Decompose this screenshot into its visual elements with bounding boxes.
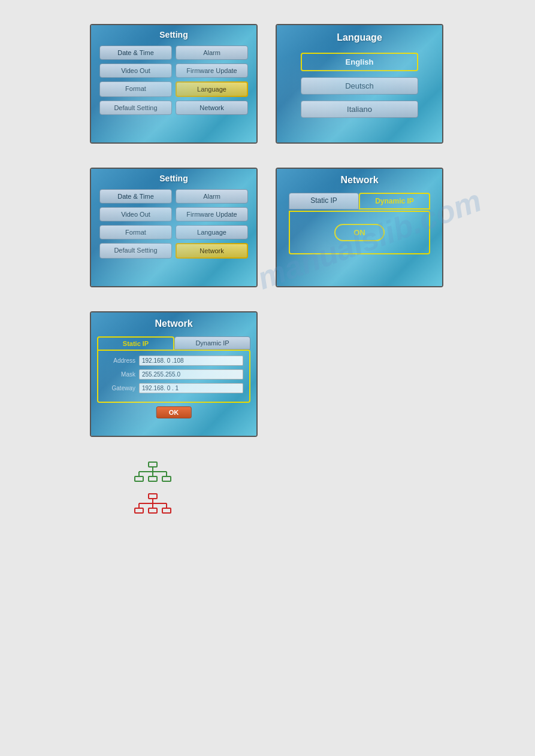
network-static-tabs: Static IP Dynamic IP — [97, 336, 250, 350]
screen-bg-lang: Language English Deutsch Italiano — [277, 25, 442, 142]
screen-setting-1: Setting Date & Time Alarm Video Out Firm… — [90, 24, 258, 144]
setting-title-1: Setting — [91, 25, 256, 43]
ns-row-mask: Mask 255.255.255.0 — [104, 369, 243, 379]
screen-bg-1: Setting Date & Time Alarm Video Out Firm… — [91, 25, 256, 142]
network-tabs: Static IP Dynamic IP — [277, 193, 442, 210]
btn-date-time-1[interactable]: Date & Time — [99, 45, 172, 60]
setting-title-2: Setting — [91, 169, 256, 187]
ns-mask-value[interactable]: 255.255.255.0 — [139, 369, 243, 379]
network-icon-red-svg — [132, 493, 174, 514]
network-icon-green-svg — [132, 461, 174, 482]
network-title: Network — [277, 169, 442, 193]
svg-rect-16 — [149, 508, 157, 513]
svg-rect-6 — [135, 476, 143, 481]
svg-rect-8 — [162, 476, 171, 481]
ns-row-gateway: Gateway 192.168. 0 . 1 — [104, 383, 243, 393]
svg-rect-0 — [149, 462, 157, 467]
icons-row — [12, 461, 523, 514]
network-content: ON — [289, 211, 430, 254]
btn-default-2[interactable]: Default Setting — [99, 243, 172, 259]
btn-default-1[interactable]: Default Setting — [99, 101, 172, 115]
btn-firmware-1[interactable]: Firmware Update — [176, 63, 248, 78]
btn-date-time-2[interactable]: Date & Time — [99, 189, 172, 204]
btn-network-1[interactable]: Network — [176, 101, 248, 115]
tab-static-active[interactable]: Static IP — [97, 336, 174, 350]
screen-bg-static: Network Static IP Dynamic IP Address 192… — [91, 312, 256, 437]
page-container: manualslib.com Setting Date & Time Alarm… — [0, 0, 535, 756]
svg-rect-9 — [149, 494, 157, 499]
network-icon-red — [132, 493, 523, 514]
screen-network: Network Static IP Dynamic IP ON — [276, 168, 443, 287]
screen-bg-2: Setting Date & Time Alarm Video Out Firm… — [91, 169, 256, 286]
on-button[interactable]: ON — [334, 224, 385, 241]
setting-grid-2: Date & Time Alarm Video Out Firmware Upd… — [91, 187, 256, 261]
ns-mask-label: Mask — [104, 371, 135, 378]
btn-video-out-2[interactable]: Video Out — [99, 207, 172, 221]
screen-network-static: Network Static IP Dynamic IP Address 192… — [90, 311, 258, 437]
row-1: Setting Date & Time Alarm Video Out Firm… — [12, 24, 523, 144]
tab-dynamic-ip[interactable]: Dynamic IP — [359, 193, 430, 210]
ns-gateway-value[interactable]: 192.168. 0 . 1 — [139, 383, 243, 393]
btn-language-2[interactable]: Language — [176, 225, 248, 239]
network-icon-green — [132, 461, 523, 482]
lang-deutsch[interactable]: Deutsch — [301, 77, 418, 95]
row-3: Network Static IP Dynamic IP Address 192… — [12, 311, 523, 437]
lang-italiano[interactable]: Italiano — [301, 101, 418, 118]
btn-alarm-2[interactable]: Alarm — [176, 189, 248, 204]
ns-address-label: Address — [104, 357, 135, 364]
ns-address-value[interactable]: 192.168. 0 .108 — [139, 356, 243, 366]
btn-video-out-1[interactable]: Video Out — [99, 63, 172, 78]
ns-row-address: Address 192.168. 0 .108 — [104, 356, 243, 366]
screen-language: Language English Deutsch Italiano — [276, 24, 443, 144]
svg-rect-15 — [135, 508, 143, 513]
btn-firmware-2[interactable]: Firmware Update — [176, 207, 248, 221]
svg-rect-17 — [162, 508, 171, 513]
network-title-static: Network — [91, 312, 256, 336]
ns-gateway-label: Gateway — [104, 385, 135, 391]
language-title: Language — [277, 25, 442, 53]
language-list: English Deutsch Italiano — [277, 53, 442, 118]
row-2: Setting Date & Time Alarm Video Out Firm… — [12, 168, 523, 287]
btn-format-2[interactable]: Format — [99, 225, 172, 239]
screen-setting-2: Setting Date & Time Alarm Video Out Firm… — [90, 168, 258, 287]
ns-content: Address 192.168. 0 .108 Mask 255.255.255… — [97, 350, 250, 403]
btn-format-1[interactable]: Format — [99, 81, 172, 97]
tab-dynamic-inactive[interactable]: Dynamic IP — [174, 336, 250, 350]
lang-english[interactable]: English — [301, 53, 418, 71]
btn-language-1[interactable]: Language — [176, 81, 248, 97]
svg-rect-7 — [149, 476, 157, 481]
ok-button[interactable]: OK — [156, 406, 192, 418]
btn-alarm-1[interactable]: Alarm — [176, 45, 248, 60]
screen-bg-net: Network Static IP Dynamic IP ON — [277, 169, 442, 286]
btn-network-2[interactable]: Network — [176, 243, 248, 259]
tab-static-ip[interactable]: Static IP — [289, 193, 359, 210]
setting-grid-1: Date & Time Alarm Video Out Firmware Upd… — [91, 43, 256, 117]
